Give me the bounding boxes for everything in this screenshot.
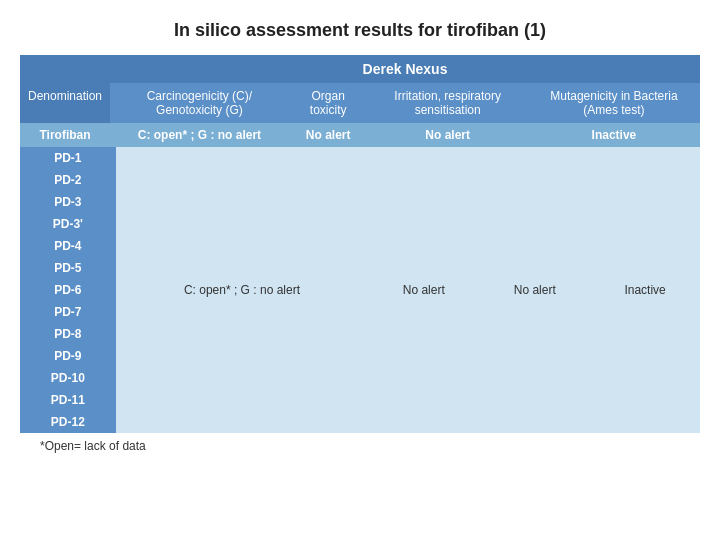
table-row: PD-9 xyxy=(20,345,700,367)
pd-irritation xyxy=(479,257,590,279)
pd-irritation xyxy=(479,169,590,191)
pd-irritation xyxy=(479,235,590,257)
footnote: *Open= lack of data xyxy=(40,439,146,453)
tirofiban-row: Tirofiban C: open* ; G : no alert No ale… xyxy=(20,123,700,147)
col-irritation: Irritation, respiratory sensitisation xyxy=(368,83,528,123)
tirofiban-irritation: No alert xyxy=(368,123,528,147)
table-row: PD-10 xyxy=(20,367,700,389)
table-row: PD-3 xyxy=(20,191,700,213)
tirofiban-carcinogenicity: C: open* ; G : no alert xyxy=(110,123,289,147)
pd-mutagenicity xyxy=(590,411,700,433)
derek-nexus-header: Derek Nexus xyxy=(110,55,700,83)
pd-mutagenicity xyxy=(590,323,700,345)
pd-label: PD-10 xyxy=(20,367,116,389)
pd-irritation xyxy=(479,323,590,345)
pd-organ_toxicity xyxy=(368,169,479,191)
pd-label: PD-9 xyxy=(20,345,116,367)
table-row: PD-1 xyxy=(20,147,700,169)
pd-irritation xyxy=(479,191,590,213)
col-mutagenicity: Mutagenicity in Bacteria (Ames test) xyxy=(528,83,700,123)
pd-carcinogenicity xyxy=(116,323,369,345)
pd-label: PD-11 xyxy=(20,389,116,411)
col-organ-toxicity: Organ toxicity xyxy=(289,83,368,123)
pd-carcinogenicity xyxy=(116,169,369,191)
pd-mutagenicity xyxy=(590,191,700,213)
pd-mutagenicity xyxy=(590,235,700,257)
pd-organ_toxicity xyxy=(368,147,479,169)
pd-organ_toxicity xyxy=(368,301,479,323)
pd-irritation: No alert xyxy=(479,279,590,301)
pd-label: PD-8 xyxy=(20,323,116,345)
denomination-header-empty xyxy=(20,55,110,83)
pd-mutagenicity xyxy=(590,213,700,235)
pd-carcinogenicity xyxy=(116,213,369,235)
pd-mutagenicity xyxy=(590,147,700,169)
pd-mutagenicity xyxy=(590,257,700,279)
table-row: PD-8 xyxy=(20,323,700,345)
pd-carcinogenicity xyxy=(116,411,369,433)
pd-label: PD-6 xyxy=(20,279,116,301)
pd-organ_toxicity xyxy=(368,191,479,213)
pd-label: PD-4 xyxy=(20,235,116,257)
pd-mutagenicity xyxy=(590,367,700,389)
pd-organ_toxicity xyxy=(368,213,479,235)
pd-carcinogenicity xyxy=(116,235,369,257)
pd-carcinogenicity: C: open* ; G : no alert xyxy=(116,279,369,301)
table-row: PD-12 xyxy=(20,411,700,433)
table-row: PD-5 xyxy=(20,257,700,279)
pd-label: PD-12 xyxy=(20,411,116,433)
pd-mutagenicity xyxy=(590,169,700,191)
table-row: PD-3' xyxy=(20,213,700,235)
pd-organ_toxicity xyxy=(368,345,479,367)
pd-label: PD-3 xyxy=(20,191,116,213)
pd-organ_toxicity xyxy=(368,367,479,389)
table-row: PD-2 xyxy=(20,169,700,191)
pd-irritation xyxy=(479,411,590,433)
pd-label: PD-3' xyxy=(20,213,116,235)
pd-irritation xyxy=(479,389,590,411)
pd-carcinogenicity xyxy=(116,191,369,213)
pd-label: PD-1 xyxy=(20,147,116,169)
pd-organ_toxicity xyxy=(368,235,479,257)
pd-carcinogenicity xyxy=(116,367,369,389)
table-row: PD-11 xyxy=(20,389,700,411)
pd-organ_toxicity xyxy=(368,411,479,433)
pd-label: PD-7 xyxy=(20,301,116,323)
tirofiban-mutagenicity: Inactive xyxy=(528,123,700,147)
pd-carcinogenicity xyxy=(116,147,369,169)
table-row: PD-4 xyxy=(20,235,700,257)
pd-organ_toxicity xyxy=(368,323,479,345)
pd-label: PD-5 xyxy=(20,257,116,279)
pd-irritation xyxy=(479,147,590,169)
page-title: In silico assessment results for tirofib… xyxy=(174,20,546,41)
pd-irritation xyxy=(479,345,590,367)
pd-carcinogenicity xyxy=(116,345,369,367)
pd-mutagenicity xyxy=(590,389,700,411)
tirofiban-label: Tirofiban xyxy=(20,123,110,147)
pd-carcinogenicity xyxy=(116,257,369,279)
col-carcinogenicity: Carcinogenicity (C)/ Genotoxicity (G) xyxy=(110,83,289,123)
pd-mutagenicity xyxy=(590,301,700,323)
pd-irritation xyxy=(479,367,590,389)
pd-carcinogenicity xyxy=(116,301,369,323)
col-denomination: Denomination xyxy=(20,83,110,123)
tirofiban-organ-toxicity: No alert xyxy=(289,123,368,147)
pd-mutagenicity xyxy=(590,345,700,367)
table-row: PD-6C: open* ; G : no alertNo alertNo al… xyxy=(20,279,700,301)
pd-carcinogenicity xyxy=(116,389,369,411)
pd-organ_toxicity xyxy=(368,257,479,279)
pd-organ_toxicity: No alert xyxy=(368,279,479,301)
pd-irritation xyxy=(479,213,590,235)
table-row: PD-7 xyxy=(20,301,700,323)
pd-irritation xyxy=(479,301,590,323)
pd-mutagenicity: Inactive xyxy=(590,279,700,301)
pd-organ_toxicity xyxy=(368,389,479,411)
pd-label: PD-2 xyxy=(20,169,116,191)
